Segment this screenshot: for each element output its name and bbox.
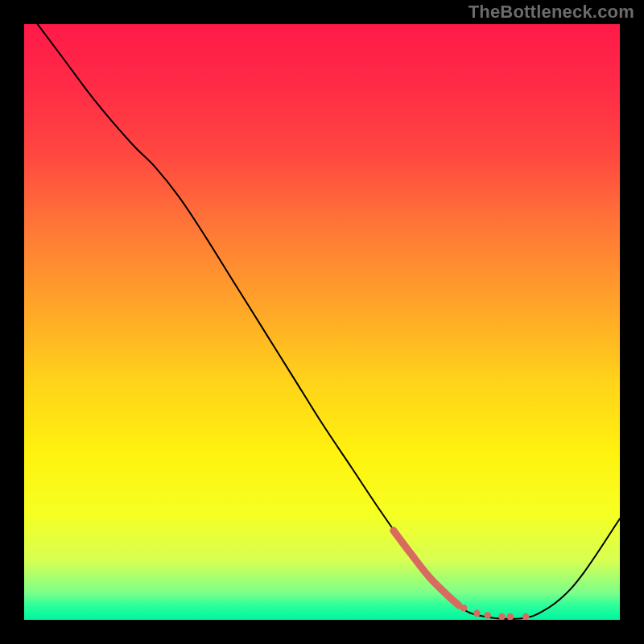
highlight-dot — [484, 612, 491, 619]
highlight-dot — [473, 610, 481, 617]
watermark-text: TheBottleneck.com — [469, 2, 634, 23]
highlight-dot — [522, 613, 530, 621]
plot-background — [24, 24, 620, 620]
highlight-dot — [460, 605, 468, 612]
highlight-dot — [498, 613, 506, 621]
chart-container: TheBottleneck.com — [0, 0, 644, 644]
bottleneck-chart — [0, 0, 644, 644]
highlight-dot — [507, 613, 514, 621]
